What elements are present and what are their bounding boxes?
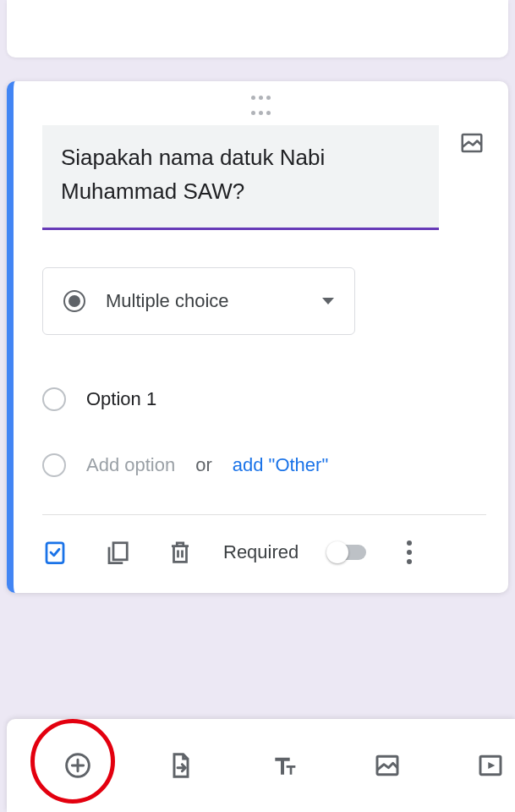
question-card: Siapakah nama datuk Nabi Muhammad SAW? M…	[7, 81, 508, 593]
answer-key-icon[interactable]	[42, 540, 68, 565]
add-question-icon[interactable]	[64, 752, 91, 779]
more-options-icon[interactable]	[403, 537, 415, 568]
add-video-icon[interactable]	[477, 752, 504, 779]
radio-icon	[42, 453, 66, 477]
bottom-toolbar	[7, 719, 515, 812]
svg-rect-2	[113, 542, 127, 559]
drag-handle-icon[interactable]	[14, 81, 508, 125]
duplicate-icon[interactable]	[105, 540, 130, 565]
required-label: Required	[223, 541, 299, 563]
required-toggle[interactable]	[329, 545, 366, 560]
import-questions-icon[interactable]	[167, 752, 194, 779]
add-image-icon[interactable]	[457, 130, 486, 156]
add-option-row: Add option or add "Other"	[42, 442, 486, 489]
question-type-select[interactable]: Multiple choice	[42, 267, 355, 335]
delete-icon[interactable]	[167, 540, 193, 565]
add-other-button[interactable]: add "Other"	[233, 454, 328, 476]
previous-card	[7, 0, 508, 58]
chevron-down-icon	[322, 298, 334, 304]
question-title-input[interactable]: Siapakah nama datuk Nabi Muhammad SAW?	[42, 125, 439, 230]
add-image-toolbar-icon[interactable]	[374, 752, 401, 779]
question-type-label: Multiple choice	[106, 290, 302, 312]
add-option-button[interactable]: Add option	[86, 454, 175, 476]
multiple-choice-icon	[63, 290, 85, 312]
option-label[interactable]: Option 1	[86, 388, 156, 410]
add-title-icon[interactable]	[271, 752, 298, 779]
or-text: or	[195, 454, 212, 476]
option-row[interactable]: Option 1	[42, 376, 486, 423]
radio-icon	[42, 387, 66, 411]
